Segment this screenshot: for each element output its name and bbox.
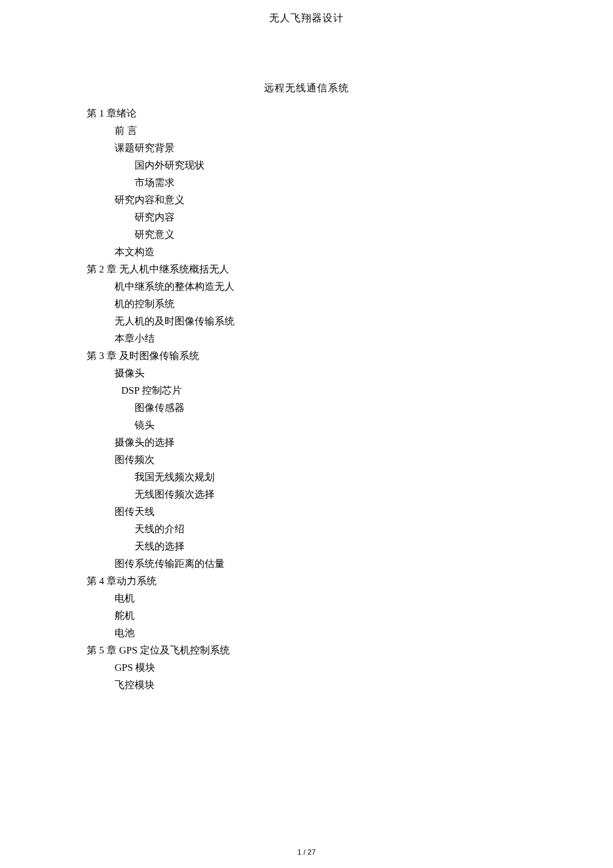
toc-entry: 飞控模块 xyxy=(87,677,613,693)
toc-entry: 天线的选择 xyxy=(87,538,613,554)
toc-entry: 前 言 xyxy=(87,123,613,139)
toc-entry: 图传天线 xyxy=(87,504,613,520)
toc-entry: 研究意义 xyxy=(87,226,613,242)
toc-entry: 第 3 章 及时图像传输系统 xyxy=(87,348,613,364)
toc-entry: 研究内容和意义 xyxy=(87,192,613,208)
toc-entry: 电机 xyxy=(87,590,613,606)
toc-entry: 研究内容 xyxy=(87,209,613,225)
toc-entry: 机的控制系统 xyxy=(87,296,613,312)
toc-entry: 摄像头 xyxy=(87,365,613,381)
toc-entry: 天线的介绍 xyxy=(87,521,613,537)
toc-entry: 无人机的及时图像传输系统 xyxy=(87,313,613,329)
toc-entry: GPS 模块 xyxy=(87,659,613,675)
toc-entry: 舵机 xyxy=(87,608,613,624)
toc-entry: 电池 xyxy=(87,625,613,641)
page-number: 1 / 27 xyxy=(0,848,613,856)
toc-entry: 摄像头的选择 xyxy=(87,434,613,450)
toc-entry: 图传系统传输距离的估量 xyxy=(87,556,613,572)
toc-entry: 图传频次 xyxy=(87,452,613,468)
toc-entry: 图像传感器 xyxy=(87,400,613,416)
document-header-title: 无人飞翔器设计 xyxy=(0,0,613,25)
toc-entry: 无线图传频次选择 xyxy=(87,486,613,502)
toc-entry: 机中继系统的整体构造无人 xyxy=(87,278,613,294)
toc-entry: 本章小结 xyxy=(87,330,613,346)
toc-entry: 课题研究背景 xyxy=(87,140,613,156)
toc-entry: 国内外研究现状 xyxy=(87,157,613,173)
toc-entry: 第 5 章 GPS 定位及飞机控制系统 xyxy=(87,642,613,658)
toc-entry: 第 4 章动力系统 xyxy=(87,573,613,589)
toc-entry: 镜头 xyxy=(87,417,613,433)
document-subtitle: 远程无线通信系统 xyxy=(0,82,613,95)
toc-entry: 我国无线频次规划 xyxy=(87,469,613,485)
toc-entry: 市场需求 xyxy=(87,175,613,191)
toc-entry: 第 2 章 无人机中继系统概括无人 xyxy=(87,261,613,277)
toc-entry: 第 1 章绪论 xyxy=(87,105,613,121)
toc-entry: 本文构造 xyxy=(87,244,613,260)
table-of-contents: 第 1 章绪论 前 言 课题研究背景 国内外研究现状 市场需求 研究内容和意义 … xyxy=(0,105,613,693)
toc-entry: DSP 控制芯片 xyxy=(87,382,613,398)
